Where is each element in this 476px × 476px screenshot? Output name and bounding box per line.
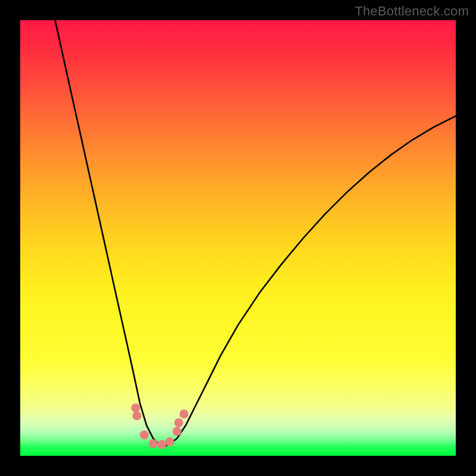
watermark-text: TheBottleneck.com: [355, 4, 469, 19]
curve-line: [55, 20, 456, 446]
marker-dot: [180, 409, 189, 418]
marker-dot: [133, 411, 142, 420]
chart-svg: [20, 20, 456, 456]
outer-frame: TheBottleneck.com: [0, 0, 476, 476]
marker-dot: [157, 440, 166, 449]
marker-dot: [140, 430, 149, 439]
marker-dot: [173, 427, 181, 436]
marker-dot: [149, 439, 158, 448]
plot-area: [20, 20, 456, 456]
marker-dot: [131, 403, 140, 412]
marker-group: [131, 403, 189, 449]
marker-dot: [174, 418, 183, 427]
marker-dot: [165, 437, 174, 446]
